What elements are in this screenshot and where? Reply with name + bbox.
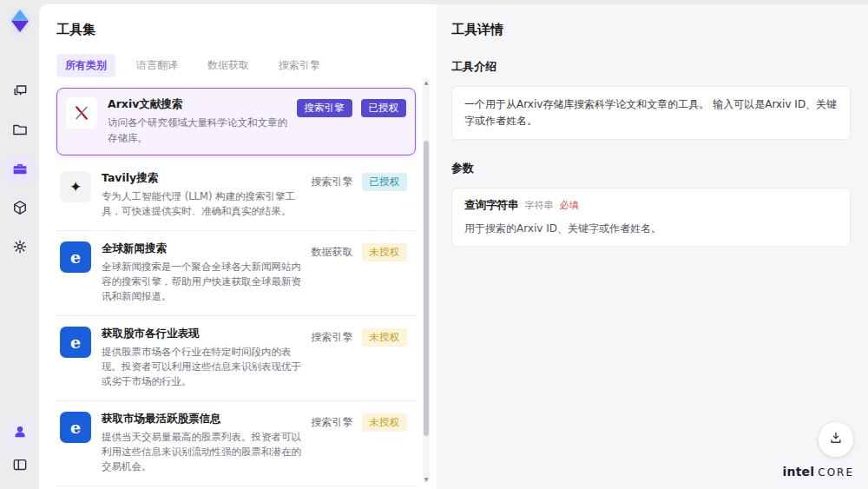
briefcase-icon — [11, 160, 29, 181]
status-badge: 未授权 — [362, 328, 408, 347]
params-heading: 参数 — [451, 161, 851, 176]
status-badge: 已授权 — [361, 99, 407, 117]
sidebar-item-account[interactable] — [6, 420, 34, 447]
tab-all-categories[interactable]: 所有类别 — [56, 54, 115, 77]
tab-data-acquisition[interactable]: 数据获取 — [199, 54, 258, 77]
param-box: 查询字符串 字符串 必填 用于搜索的Arxiv ID、关键字或作者姓名。 — [451, 188, 851, 247]
tool-card-global-news[interactable]: e 全球新闻搜索 全球新闻搜索是一个聚合全球各大新闻网站内容的搜索引擎，帮助用户… — [56, 231, 416, 316]
sidebar-item-tools[interactable] — [6, 156, 34, 184]
tool-name: 全球新闻搜索 — [102, 241, 305, 255]
status-badge: 未授权 — [362, 413, 408, 432]
tab-search-engine[interactable]: 搜索引擎 — [270, 54, 329, 77]
tool-card-stock-sectors[interactable]: e 获取股市各行业表现 提供股票市场各个行业在特定时间段内的表现。投资者可以利用… — [56, 316, 416, 401]
category-label: 数据获取 — [312, 245, 353, 260]
core-wordmark: CORE — [818, 466, 854, 479]
icon-rail — [0, 0, 39, 489]
sidebar-item-chat[interactable] — [6, 78, 34, 106]
folder-icon — [11, 121, 29, 142]
user-icon — [11, 423, 29, 444]
tool-description: 提供股票市场各个行业在特定时间段内的表现。投资者可以利用这些信息来识别表现优于或… — [102, 345, 305, 390]
sidebar-item-files[interactable] — [6, 117, 34, 145]
blue-e-logo-icon: e — [60, 412, 91, 443]
sidebar-item-models[interactable] — [6, 195, 34, 223]
param-description: 用于搜索的Arxiv ID、关键字或作者姓名。 — [464, 221, 838, 236]
category-tabs: 所有类别 语言翻译 数据获取 搜索引擎 — [56, 54, 437, 77]
tool-description: 提供当天交易量最高的股票列表。投资者可以利用这些信息来识别流动性强的股票和潜在的… — [102, 430, 305, 475]
sidebar-item-settings[interactable] — [6, 235, 34, 262]
category-badge: 搜索引擎 — [297, 99, 352, 117]
category-label: 搜索引擎 — [312, 175, 353, 189]
intro-text: 一个用于从Arxiv存储库搜索科学论文和文章的工具。 输入可以是Arxiv ID… — [464, 96, 838, 129]
layout-panel-icon — [11, 456, 29, 477]
details-title: 工具详情 — [451, 22, 851, 38]
param-type: 字符串 — [525, 199, 554, 212]
blue-e-logo-icon: e — [60, 327, 91, 358]
scroll-down-icon[interactable]: ▼ — [423, 476, 430, 482]
tool-card-arxiv[interactable]: Arxiv文献搜索 访问各个研究领域大量科学论文和文章的存储库。 搜索引擎 已授… — [56, 88, 416, 155]
tool-name: Arxiv文献搜索 — [108, 97, 297, 111]
tool-card-regional-news[interactable]: 万维地区新闻查询 查询具体行政区划内的新闻，快速了解各地新闻动 搜索引擎 未授权 — [56, 486, 416, 489]
tool-details-panel: 工具详情 工具介绍 一个用于从Arxiv存储库搜索科学论文和文章的工具。 输入可… — [437, 4, 868, 489]
scroll-up-icon[interactable]: ▲ — [423, 79, 430, 85]
tool-card-active-stocks[interactable]: e 获取市场最活跃股票信息 提供当天交易量最高的股票列表。投资者可以利用这些信息… — [56, 401, 416, 486]
tool-card-tavily[interactable]: ✦ Tavily搜索 专为人工智能代理 (LLM) 构建的搜索引擎工具，可快速提… — [56, 161, 416, 231]
param-required-badge: 必填 — [560, 199, 579, 212]
chat-icon — [11, 82, 29, 102]
app-logo — [5, 7, 35, 36]
tool-name: 获取股市各行业表现 — [102, 327, 305, 340]
category-label: 搜索引擎 — [312, 330, 353, 345]
cube-icon — [11, 199, 29, 220]
arxiv-logo-icon — [66, 97, 97, 129]
tool-name: Tavily搜索 — [102, 171, 305, 185]
intro-heading: 工具介绍 — [451, 59, 851, 75]
app-window: 工具集 所有类别 语言翻译 数据获取 搜索引擎 Arxiv文献搜索 访问各个研究… — [0, 0, 868, 489]
intro-box: 一个用于从Arxiv存储库搜索科学论文和文章的工具。 输入可以是Arxiv ID… — [451, 86, 851, 140]
list-scrollbar[interactable]: ▲ ▼ — [423, 78, 430, 483]
tool-list: Arxiv文献搜索 访问各个研究领域大量科学论文和文章的存储库。 搜索引擎 已授… — [56, 88, 416, 489]
blue-e-logo-icon: e — [60, 241, 91, 273]
tab-language-translation[interactable]: 语言翻译 — [128, 54, 187, 77]
status-badge: 未授权 — [362, 243, 408, 261]
status-badge: 已授权 — [362, 173, 408, 191]
download-button[interactable] — [819, 422, 853, 457]
tool-description: 全球新闻搜索是一个聚合全球各大新闻网站内容的搜索引擎，帮助用户快速获取全球最新资… — [102, 260, 305, 305]
intel-core-logo: intel CORE — [782, 465, 854, 479]
intel-wordmark: intel — [782, 465, 814, 479]
param-name: 查询字符串 — [464, 198, 519, 213]
tool-list-panel: 工具集 所有类别 语言翻译 数据获取 搜索引擎 Arxiv文献搜索 访问各个研究… — [39, 4, 437, 489]
category-label: 搜索引擎 — [312, 415, 353, 430]
tool-description: 访问各个研究领域大量科学论文和文章的存储库。 — [108, 116, 297, 146]
tool-description: 专为人工智能代理 (LLM) 构建的搜索引擎工具，可快速提供实时、准确和真实的结… — [102, 189, 305, 220]
page-title: 工具集 — [56, 22, 437, 38]
scrollbar-thumb[interactable] — [424, 141, 429, 436]
tavily-star-icon: ✦ — [60, 171, 91, 202]
download-icon — [828, 430, 844, 449]
tool-name: 获取市场最活跃股票信息 — [102, 412, 305, 426]
sidebar-item-panel-toggle[interactable] — [6, 453, 34, 480]
gear-icon — [11, 238, 29, 259]
